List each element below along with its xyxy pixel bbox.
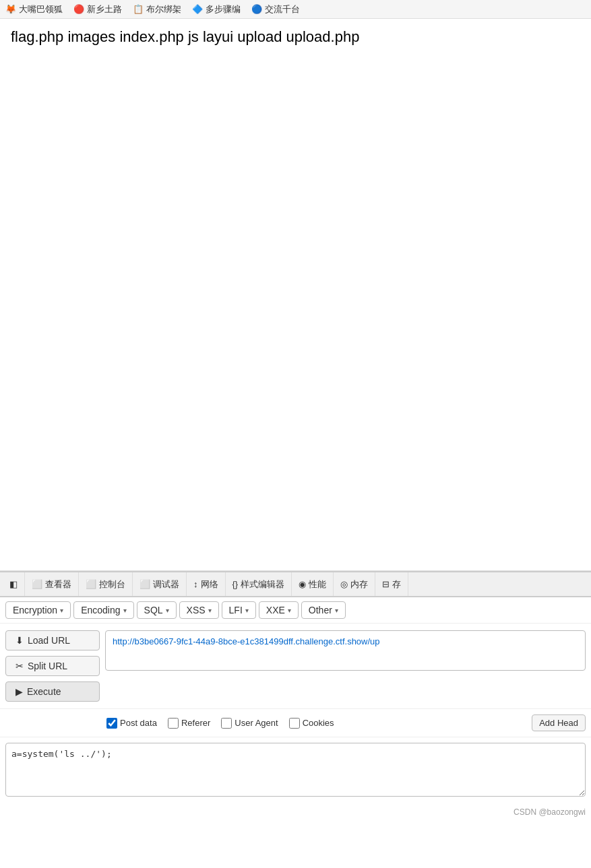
hackbar-postdata [0,737,591,805]
tab-inspector[interactable]: ⬜ 查看器 [25,572,79,597]
other-dropdown[interactable]: Other ▾ [301,601,346,619]
tab-debugger[interactable]: ⬜ 调试器 [133,572,187,597]
user-agent-checkbox[interactable] [221,718,232,729]
tab-performance[interactable]: ◉ 性能 [292,572,334,597]
nav-icon-3: 📋 [133,4,144,14]
nav-icon-4: 🔷 [192,4,203,14]
referer-option[interactable]: Referer [168,718,210,729]
xss-dropdown[interactable]: XSS ▾ [179,601,219,619]
nav-item-4[interactable]: 🔷 多步骤编 [192,3,241,15]
hackbar-toolbar: Encryption ▾ Encoding ▾ SQL ▾ XSS ▾ LFI … [0,597,591,624]
tab-style-editor[interactable]: {} 样式编辑器 [226,572,292,597]
nav-item-3[interactable]: 📋 布尔绑架 [133,3,181,15]
performance-icon: ◉ [299,579,306,589]
action-buttons: ⬇ Load URL ✂ Split URL ▶ Execute [5,630,100,702]
xxe-arrow-icon: ▾ [288,607,291,614]
console-icon: ⬜ [86,579,96,589]
main-content: flag.php images index.php js layui uploa… [0,19,591,571]
cookies-checkbox[interactable] [289,718,300,729]
execute-button[interactable]: ▶ Execute [5,681,100,702]
tab-storage[interactable]: ⊟ 存 [375,572,408,597]
hackbar-icon: ◧ [9,579,18,589]
cookies-option[interactable]: Cookies [289,718,334,729]
sql-arrow-icon: ▾ [166,607,169,614]
post-data-option[interactable]: Post data [106,718,157,729]
url-input[interactable]: http://b3be0667-9fc1-44a9-8bce-e1c381499… [105,630,586,671]
split-url-icon: ✂ [15,661,24,671]
nav-icon-1: 🦊 [5,4,16,14]
lfi-arrow-icon: ▾ [245,607,249,614]
nav-icon-2: 🔴 [73,4,84,14]
tab-console[interactable]: ⬜ 控制台 [79,572,133,597]
xxe-dropdown[interactable]: XXE ▾ [259,601,299,619]
other-arrow-icon: ▾ [335,607,338,614]
watermark: CSDN @baozongwi [0,805,591,820]
tab-network[interactable]: ↕ 网络 [187,572,226,597]
devtools-panel: ◧ ⬜ 查看器 ⬜ 控制台 ⬜ 调试器 ↕ 网络 {} 样式编辑器 ◉ 性能 ◎… [0,571,591,820]
storage-icon: ⊟ [382,579,390,589]
load-url-button[interactable]: ⬇ Load URL [5,630,100,650]
memory-icon: ◎ [340,579,348,589]
nav-item-2[interactable]: 🔴 新乡土路 [73,3,122,15]
post-data-textarea[interactable] [5,743,586,797]
encryption-arrow-icon: ▾ [60,607,63,614]
file-listing: flag.php images index.php js layui uploa… [11,27,580,48]
inspector-icon: ⬜ [32,579,42,589]
load-url-icon: ⬇ [15,635,24,646]
split-url-button[interactable]: ✂ Split URL [5,656,100,676]
xss-arrow-icon: ▾ [208,607,212,614]
hackbar: Encryption ▾ Encoding ▾ SQL ▾ XSS ▾ LFI … [0,597,591,820]
referer-checkbox[interactable] [168,718,179,729]
nav-item-5[interactable]: 🔵 交流千台 [251,3,300,15]
encryption-dropdown[interactable]: Encryption ▾ [5,601,71,619]
debugger-icon: ⬜ [139,579,150,589]
tab-hackbar[interactable]: ◧ [3,572,25,597]
style-icon: {} [232,579,239,589]
devtools-tabs: ◧ ⬜ 查看器 ⬜ 控制台 ⬜ 调试器 ↕ 网络 {} 样式编辑器 ◉ 性能 ◎… [0,572,591,597]
top-nav: 🦊 大嘴巴领狐 🔴 新乡土路 📋 布尔绑架 🔷 多步骤编 🔵 交流千台 [0,0,591,19]
sql-dropdown[interactable]: SQL ▾ [137,601,177,619]
network-icon: ↕ [193,579,198,589]
nav-icon-5: 🔵 [251,4,262,14]
post-data-checkbox[interactable] [106,718,117,729]
encoding-arrow-icon: ▾ [123,607,127,614]
hackbar-options: Post data Referer User Agent Cookies Add… [0,708,591,737]
user-agent-option[interactable]: User Agent [221,718,278,729]
execute-icon: ▶ [15,686,23,697]
hackbar-actions: ⬇ Load URL ✂ Split URL ▶ Execute http://… [0,624,591,708]
encoding-dropdown[interactable]: Encoding ▾ [73,601,133,619]
add-header-button[interactable]: Add Head [532,714,586,731]
tab-memory[interactable]: ◎ 内存 [334,572,375,597]
nav-item-1[interactable]: 🦊 大嘴巴领狐 [5,3,63,15]
lfi-dropdown[interactable]: LFI ▾ [222,601,256,619]
